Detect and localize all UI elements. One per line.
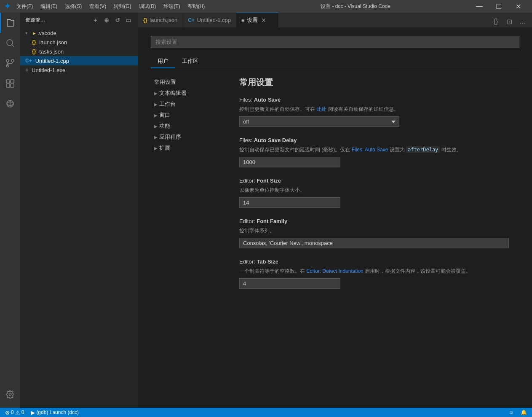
auto-save-delay-code: afterDelay (406, 146, 440, 153)
sidebar-title: 资源管... (25, 17, 45, 23)
settings-nav-text-editor[interactable]: ▶ 文本编辑器 (151, 88, 227, 99)
font-size-label: Editor: Font Size (239, 178, 519, 184)
tab-launch-json[interactable]: {} launch.json (138, 13, 183, 27)
activity-bar (0, 13, 20, 408)
nav-arrow-app: ▶ (154, 135, 158, 140)
menu-file[interactable]: 文件(F) (13, 2, 36, 11)
font-family-prefix: Editor: (239, 218, 257, 224)
settings-nav-app[interactable]: ▶ 应用程序 (151, 132, 227, 143)
auto-save-delay-link1[interactable]: Files: Auto Save (352, 147, 388, 153)
layout-button[interactable]: ⊡ (503, 16, 515, 27)
auto-save-delay-desc1: 控制自动保存已更新文件的延迟时间 (毫秒)。仅在 (239, 147, 350, 153)
json-icon: {} (32, 39, 36, 45)
collapse-button[interactable]: ▭ (124, 16, 133, 25)
activity-item-scm[interactable] (0, 53, 20, 73)
activity-item-extensions[interactable] (0, 73, 20, 94)
settings-nav-features-label: 功能 (159, 122, 170, 130)
play-icon: ▶ (31, 409, 35, 416)
settings-nav-app-label: 应用程序 (159, 133, 181, 141)
menu-debug[interactable]: 调试(D) (136, 2, 160, 11)
close-button[interactable]: ✕ (508, 0, 528, 13)
tab-cpp[interactable]: C+ Untitled-1.cpp (183, 13, 236, 27)
font-family-input[interactable] (239, 238, 509, 248)
menu-view[interactable]: 查看(V) (86, 2, 110, 11)
tab-size-desc1: 一个制表符等于的空格数。在 (239, 268, 305, 274)
status-right: ☺ 🔔 (507, 408, 529, 417)
settings-section-title: 常用设置 (239, 77, 519, 88)
svg-point-0 (7, 40, 13, 46)
more-actions-button[interactable]: … (517, 16, 529, 27)
menu-edit[interactable]: 编辑(E) (37, 2, 61, 11)
tab-size-desc: 一个制表符等于的空格数。在 Editor: Detect Indentation… (239, 267, 519, 275)
settings-search-input[interactable] (151, 36, 519, 48)
menu-select[interactable]: 选择(S) (61, 2, 85, 11)
auto-save-select[interactable]: off afterDelay onFocusChange onWindowCha… (239, 116, 399, 127)
refresh-button[interactable]: ↺ (113, 16, 122, 25)
tab-size-label: Editor: Tab Size (239, 258, 519, 265)
auto-save-desc-suffix: 阅读有关自动保存的详细信息。 (328, 106, 399, 112)
svg-rect-6 (11, 80, 14, 83)
status-smiley[interactable]: ☺ (507, 408, 516, 417)
settings-nav-ext-label: 扩展 (159, 144, 170, 152)
tab-size-input[interactable] (239, 278, 340, 289)
file-item-exe[interactable]: ≡ Untitled-1.exe (20, 65, 138, 75)
file-item-vscode-folder[interactable]: ▾ ▸ .vscode (20, 28, 138, 38)
file-tree: ▾ ▸ .vscode {} launch.json {} tasks.json… (20, 27, 138, 408)
status-bell[interactable]: 🔔 (519, 408, 529, 417)
svg-rect-5 (6, 80, 10, 83)
file-item-tasks-json[interactable]: {} tasks.json (20, 47, 138, 56)
font-size-input[interactable] (239, 197, 340, 208)
settings-tab-workspace[interactable]: 工作区 (175, 55, 205, 68)
activity-item-settings[interactable] (0, 384, 20, 404)
error-count: 0 (11, 409, 14, 415)
nav-arrow-ext: ▶ (154, 146, 158, 151)
status-debug[interactable]: ▶ (gdb) Launch (dcc) (29, 408, 80, 417)
tab-size-link[interactable]: Editor: Detect Indentation (306, 268, 363, 274)
font-size-bold: Font Size (257, 178, 281, 184)
tab-icon-cpp: C+ (188, 17, 195, 23)
svg-rect-7 (6, 84, 10, 87)
minimize-button[interactable]: — (470, 0, 489, 13)
menu-terminal[interactable]: 终端(T) (160, 2, 183, 11)
status-errors[interactable]: ⊗ 0 ⚠ 0 (3, 408, 26, 417)
activity-item-explorer[interactable] (0, 13, 20, 33)
tab-settings[interactable]: ≡ 设置 ✕ (236, 13, 278, 27)
activity-item-remote[interactable] (0, 94, 20, 114)
activity-item-search[interactable] (0, 33, 20, 53)
menu-goto[interactable]: 转到(G) (110, 2, 134, 11)
sidebar: 资源管... + ⊕ ↺ ▭ ▾ ▸ .vscode {} launch.jso… (20, 13, 138, 408)
auto-save-bold: Auto Save (254, 97, 281, 103)
window-title: 设置 - dcc - Visual Studio Code (241, 3, 470, 10)
font-family-bold: Font Family (257, 218, 287, 224)
settings-nav-features[interactable]: ▶ 功能 (151, 121, 227, 132)
new-folder-button[interactable]: ⊕ (102, 16, 111, 25)
settings-nav-workbench-label: 工作台 (159, 100, 176, 108)
tab-close-settings[interactable]: ✕ (260, 17, 267, 24)
file-name-launch: launch.json (39, 39, 67, 46)
file-item-launch-json[interactable]: {} launch.json (20, 38, 138, 47)
menu-bar: 文件(F) 编辑(E) 选择(S) 查看(V) 转到(G) 调试(D) 终端(T… (13, 2, 241, 11)
new-file-button[interactable]: + (91, 16, 100, 25)
settings-nav-common[interactable]: 常用设置 (151, 77, 227, 88)
settings-nav-workbench[interactable]: ▶ 工作台 (151, 99, 227, 110)
file-item-cpp[interactable]: C+ Untitled-1.cpp (20, 56, 138, 65)
auto-save-delay-set: 设置为 (390, 147, 406, 153)
svg-point-3 (11, 59, 14, 62)
settings-nav-window[interactable]: ▶ 窗口 (151, 110, 227, 121)
split-editor-button[interactable]: {} (490, 16, 502, 27)
file-name-cpp: Untitled-1.cpp (35, 58, 69, 64)
tab-icon-json: {} (143, 17, 147, 23)
settings-tab-user[interactable]: 用户 (151, 55, 175, 68)
file-name-tasks: tasks.json (39, 48, 64, 55)
setting-auto-save: Files: Auto Save 控制已更新文件的自动保存。可在 此处 阅读有关… (239, 97, 519, 127)
font-family-desc: 控制字体系列。 (239, 227, 519, 234)
settings-nav-extensions[interactable]: ▶ 扩展 (151, 143, 227, 153)
auto-save-delay-bold: Auto Save Delay (254, 137, 297, 143)
folder-icon: ▸ (33, 30, 36, 36)
menu-help[interactable]: 帮助(H) (184, 2, 209, 11)
svg-rect-8 (11, 84, 14, 87)
auto-save-link[interactable]: 此处 (316, 106, 326, 112)
maximize-button[interactable]: ☐ (489, 0, 508, 13)
auto-save-delay-input[interactable] (239, 157, 340, 167)
tab-actions: {} ⊡ … (487, 16, 532, 27)
